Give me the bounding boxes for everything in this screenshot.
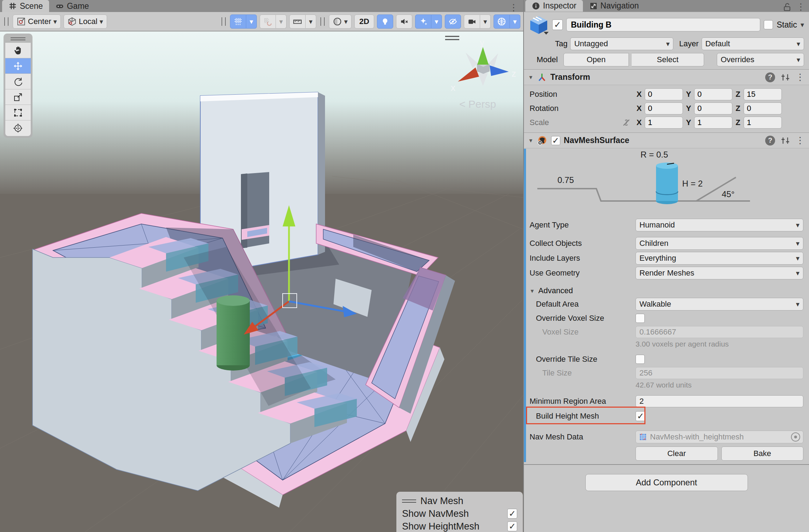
orientation-dropdown[interactable]: Local ▾ bbox=[64, 14, 107, 29]
position-y-field[interactable] bbox=[694, 88, 732, 100]
toolbar-drag-handle-2[interactable] bbox=[222, 17, 226, 26]
rotation-y-field[interactable] bbox=[694, 102, 732, 114]
pivot-mode-dropdown[interactable]: Center ▾ bbox=[13, 14, 61, 29]
default-area-dropdown[interactable]: Walkable ▾ bbox=[636, 298, 803, 311]
scale-tool-button[interactable] bbox=[5, 89, 31, 105]
lock-icon[interactable] bbox=[783, 2, 791, 12]
link-broken-icon[interactable] bbox=[621, 118, 631, 128]
tag-dropdown[interactable]: Untagged ▾ bbox=[570, 37, 673, 50]
tab-inspector[interactable]: Inspector bbox=[525, 0, 583, 12]
transform-header[interactable]: ▼ Transform ? ⋮ bbox=[524, 70, 809, 85]
agent-type-row: Agent Type Humanoid ▾ bbox=[524, 218, 809, 232]
snap-increment-button[interactable] bbox=[289, 14, 306, 29]
nav-mesh-data-field[interactable]: NavMesh-with_heightmesh bbox=[636, 431, 803, 443]
static-checkbox[interactable] bbox=[764, 20, 773, 29]
toolbar-drag-handle[interactable] bbox=[4, 17, 8, 26]
grid-visibility-caret[interactable]: ▾ bbox=[246, 14, 257, 29]
show-heightmesh-checkbox[interactable]: ✓ bbox=[507, 521, 517, 531]
scale-z-field[interactable] bbox=[744, 117, 782, 129]
draw-mode-dropdown[interactable]: ▾ bbox=[329, 14, 352, 29]
overrides-dropdown[interactable]: Overrides ▾ bbox=[717, 53, 804, 66]
tool-palette-handle[interactable] bbox=[5, 35, 31, 43]
clear-label: Clear bbox=[667, 449, 686, 458]
foldout-icon[interactable]: ▼ bbox=[528, 74, 533, 80]
snap-increment-caret[interactable]: ▾ bbox=[306, 14, 316, 29]
navmeshsurface-header[interactable]: ▼ ✓ NavMeshSurface ? ⋮ bbox=[524, 133, 809, 148]
scene-tab-menu-icon[interactable]: ⋮ bbox=[509, 2, 518, 13]
navmeshsurface-enabled-checkbox[interactable]: ✓ bbox=[551, 136, 560, 145]
tab-scene[interactable]: Scene bbox=[2, 0, 49, 12]
scene-effects-button[interactable] bbox=[415, 14, 431, 29]
grid-snapping-caret[interactable]: ▾ bbox=[276, 14, 287, 29]
override-tile-size-checkbox[interactable] bbox=[636, 355, 645, 364]
tab-navigation[interactable]: Navigation bbox=[583, 0, 645, 12]
show-navmesh-checkbox[interactable]: ✓ bbox=[507, 509, 517, 519]
bake-button[interactable]: Bake bbox=[721, 447, 804, 461]
presets-icon[interactable] bbox=[781, 73, 790, 82]
scene-effects-caret[interactable]: ▾ bbox=[431, 14, 442, 29]
grid-snapping-button[interactable] bbox=[260, 14, 276, 29]
green-cylinder bbox=[217, 295, 250, 371]
help-icon[interactable]: ? bbox=[765, 72, 775, 82]
scene-camera-caret[interactable]: ▾ bbox=[480, 14, 491, 29]
2d-toggle-button[interactable]: 2D bbox=[354, 14, 374, 29]
use-geometry-dropdown[interactable]: Render Meshes ▾ bbox=[636, 267, 803, 279]
toolbar-drag-handle-3[interactable] bbox=[320, 17, 325, 26]
navmesh-overlay-header[interactable]: Nav Mesh bbox=[402, 495, 517, 507]
transform-tool-button[interactable] bbox=[5, 120, 31, 136]
effects-icon bbox=[419, 17, 428, 26]
hand-tool-button[interactable] bbox=[5, 43, 31, 58]
component-menu-icon[interactable]: ⋮ bbox=[796, 135, 805, 146]
voxel-size-helper: 3.00 voxels per agent radius bbox=[524, 339, 809, 350]
position-x-field[interactable] bbox=[645, 88, 683, 100]
tile-size-field[interactable] bbox=[636, 367, 803, 379]
collect-objects-dropdown[interactable]: Children ▾ bbox=[636, 237, 803, 250]
agent-type-dropdown[interactable]: Humanoid ▾ bbox=[636, 219, 803, 231]
object-picker-icon[interactable] bbox=[791, 432, 800, 442]
grid-visibility-button[interactable] bbox=[230, 14, 246, 29]
perspective-label[interactable]: < Persp bbox=[459, 98, 496, 110]
rotation-x-field[interactable] bbox=[645, 102, 683, 114]
override-voxel-size-checkbox[interactable] bbox=[636, 314, 645, 323]
scene-camera-button[interactable] bbox=[464, 14, 480, 29]
clear-button[interactable]: Clear bbox=[636, 447, 718, 461]
foldout-icon[interactable]: ▼ bbox=[528, 137, 533, 143]
rect-tool-button[interactable] bbox=[5, 105, 31, 120]
move-tool-button[interactable] bbox=[5, 58, 31, 74]
nav-mesh-data-value: NavMesh-with_heightmesh bbox=[650, 432, 744, 442]
prefab-cube-icon[interactable] bbox=[529, 15, 549, 35]
help-icon[interactable]: ? bbox=[765, 136, 775, 146]
static-caret-icon[interactable]: ▾ bbox=[801, 21, 804, 28]
scene-visibility-button[interactable] bbox=[445, 14, 461, 29]
overlay-drag-handle[interactable] bbox=[402, 500, 416, 503]
gameobject-active-checkbox[interactable]: ✓ bbox=[552, 19, 563, 30]
component-menu-icon[interactable]: ⋮ bbox=[796, 72, 805, 83]
tab-game[interactable]: Game bbox=[49, 0, 95, 12]
include-layers-dropdown[interactable]: Everything ▾ bbox=[636, 252, 803, 265]
presets-icon[interactable] bbox=[781, 136, 790, 145]
add-component-button[interactable]: Add Component bbox=[585, 474, 748, 491]
scene-viewport[interactable]: y x z < Persp bbox=[0, 31, 523, 532]
advanced-foldout[interactable]: ▼ Advanced bbox=[524, 285, 809, 297]
scene-audio-button[interactable] bbox=[396, 14, 412, 29]
scale-y-field[interactable] bbox=[694, 117, 732, 129]
model-open-button[interactable]: Open bbox=[563, 53, 629, 66]
scale-x-field[interactable] bbox=[645, 117, 683, 129]
scene-lighting-button[interactable] bbox=[377, 14, 393, 29]
transform-icon bbox=[537, 72, 547, 82]
rotate-tool-button[interactable] bbox=[5, 74, 31, 89]
tile-size-helper: 42.67 world units bbox=[524, 380, 809, 391]
rotation-z-field[interactable] bbox=[744, 102, 782, 114]
inspector-menu-icon[interactable]: ⋮ bbox=[796, 1, 805, 12]
gizmos-caret[interactable]: ▾ bbox=[510, 14, 520, 29]
minimum-region-area-field[interactable] bbox=[636, 395, 803, 407]
gameobject-name-field[interactable] bbox=[566, 18, 760, 31]
model-select-button[interactable]: Select bbox=[632, 53, 704, 66]
voxel-size-field[interactable] bbox=[636, 326, 803, 338]
minimum-region-area-row: Minimum Region Area bbox=[524, 394, 809, 408]
show-heightmesh-row: Show HeightMesh ✓ bbox=[402, 520, 517, 532]
gizmos-button[interactable] bbox=[494, 14, 510, 29]
check-icon: ✓ bbox=[509, 509, 516, 519]
layer-dropdown[interactable]: Default ▾ bbox=[702, 37, 804, 50]
position-z-field[interactable] bbox=[744, 88, 782, 100]
